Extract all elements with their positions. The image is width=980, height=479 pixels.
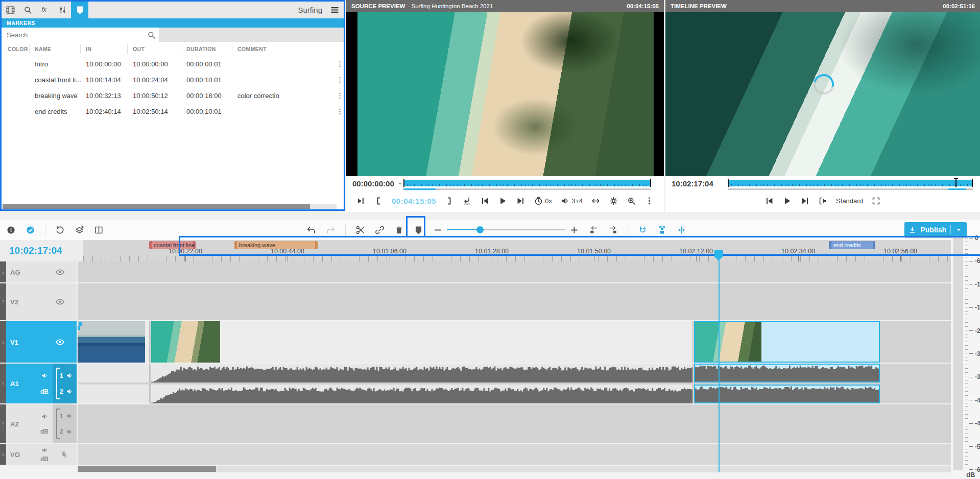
track-header-vo[interactable]: VO dB [0, 444, 77, 465]
previous-frame-icon[interactable] [480, 196, 490, 206]
timeline-hscrollbar[interactable] [78, 466, 951, 472]
search-input-icon[interactable] [147, 30, 156, 40]
source-scrubber[interactable] [403, 180, 651, 186]
ruler-marker[interactable]: breaking wave [234, 241, 318, 249]
eye-icon[interactable] [55, 337, 65, 347]
audio-clip-selected[interactable] [694, 364, 880, 382]
add-marker-icon[interactable] [414, 225, 423, 235]
playhead-handle[interactable] [714, 250, 723, 257]
drag-handle[interactable] [0, 321, 6, 363]
goto-in-icon[interactable] [356, 196, 366, 206]
db-button[interactable]: dB [40, 428, 49, 435]
tab-bins[interactable] [2, 2, 19, 18]
marker-row[interactable]: end credits10:02:40:1410:02:50:1400:00:1… [2, 104, 344, 119]
track-header-v2[interactable]: V2 [0, 283, 77, 320]
drag-handle[interactable] [0, 283, 6, 320]
menu-icon[interactable] [330, 2, 340, 18]
scrollbar-thumb[interactable] [3, 204, 310, 209]
db-button[interactable]: dB [40, 456, 49, 463]
track-lane-vo[interactable] [78, 444, 951, 465]
speaker-icon[interactable] [41, 413, 49, 420]
next-frame-icon[interactable] [800, 196, 810, 206]
track-header-a1[interactable]: A1 dB 1 2 [0, 364, 77, 403]
audio-clip[interactable] [78, 385, 150, 403]
audio-monitor-icon[interactable] [818, 196, 828, 206]
tab-settings[interactable] [54, 2, 71, 18]
audio-clip-selected[interactable] [694, 385, 880, 403]
source-current-timecode[interactable]: 00:00:00:00 [352, 179, 404, 188]
razor-icon[interactable] [657, 225, 667, 235]
speaker-icon[interactable] [41, 446, 49, 454]
track-lane-a2[interactable] [78, 404, 951, 443]
marker-row[interactable]: breaking wave10:00:32:1310:00:50:1200:00… [2, 88, 344, 104]
more-options-icon[interactable] [644, 196, 654, 206]
link-icon[interactable] [375, 225, 385, 235]
track-lane-a1[interactable] [78, 364, 951, 403]
drag-handle[interactable] [0, 404, 6, 443]
info-icon[interactable] [6, 225, 16, 235]
redo-icon[interactable] [326, 225, 336, 235]
undo-icon[interactable] [306, 225, 316, 235]
track-lane-ag[interactable] [78, 261, 951, 282]
zoom-out-icon[interactable] [433, 225, 443, 235]
audio-channels-control[interactable]: 3+4 [560, 196, 583, 206]
insert-left-icon[interactable] [589, 225, 599, 235]
mark-in-icon[interactable] [374, 196, 384, 206]
insert-to-timeline-icon[interactable] [462, 196, 472, 206]
split-view-icon[interactable] [94, 225, 104, 235]
publish-button[interactable]: Publish [904, 222, 967, 237]
quality-selector[interactable]: Standard [836, 197, 863, 205]
eye-icon[interactable] [55, 297, 65, 307]
match-frame-icon[interactable] [591, 196, 601, 206]
approve-icon[interactable] [26, 225, 35, 235]
play-icon[interactable] [782, 196, 792, 206]
publish-dropdown-icon[interactable] [955, 226, 963, 234]
zoom-in-icon[interactable] [569, 225, 579, 235]
marker-row[interactable]: coastal front li...10:00:14:0410:00:24:0… [2, 72, 344, 88]
timeline-ruler[interactable]: 10:00:22:0010:00:44:0010:01:06:0010:01:2… [83, 240, 980, 261]
drag-handle[interactable] [0, 444, 6, 465]
scrollbar-thumb[interactable] [78, 466, 216, 472]
audio-clip[interactable] [151, 364, 693, 382]
timeline-video-viewport[interactable] [665, 12, 980, 176]
fullscreen-icon[interactable] [871, 196, 881, 206]
insert-right-icon[interactable] [608, 225, 618, 235]
tab-markers[interactable] [71, 2, 88, 18]
play-icon[interactable] [498, 196, 508, 206]
track-header-ag[interactable]: AG [0, 261, 77, 282]
zoom-in-icon[interactable] [627, 196, 636, 206]
row-options-icon[interactable] [330, 92, 344, 100]
timeline-scrubber[interactable] [728, 180, 973, 186]
row-options-icon[interactable] [330, 60, 344, 68]
ruler-marker[interactable]: coastal front line [149, 241, 196, 249]
audio-clip[interactable] [78, 364, 150, 382]
mark-out-icon[interactable] [444, 196, 454, 206]
channel-1[interactable]: 1 [60, 412, 77, 420]
trim-icon[interactable] [677, 225, 686, 235]
eye-icon[interactable] [55, 267, 65, 277]
scrubber-playhead[interactable] [955, 178, 957, 187]
cut-icon[interactable] [355, 225, 365, 235]
zoom-slider-handle[interactable] [476, 226, 484, 233]
markers-panel-hscrollbar[interactable] [3, 204, 337, 209]
video-clip[interactable] [78, 321, 150, 363]
gear-icon[interactable] [609, 196, 618, 206]
zoom-slider-track[interactable] [447, 229, 565, 230]
snapping-icon[interactable] [638, 225, 648, 235]
speaker-icon[interactable] [41, 372, 49, 379]
ruler-marker[interactable]: end credits [829, 241, 875, 249]
tab-search[interactable] [19, 2, 36, 18]
track-header-a2[interactable]: A2 dB 1 2 [0, 404, 77, 443]
playback-speed-control[interactable]: 0x [534, 196, 552, 206]
row-options-icon[interactable] [330, 76, 344, 84]
previous-frame-icon[interactable] [764, 196, 774, 206]
channel-1[interactable]: 1 [60, 372, 77, 379]
audio-clip[interactable] [151, 385, 693, 403]
track-header-v1[interactable]: V1 [0, 321, 77, 363]
drag-handle[interactable] [0, 261, 6, 282]
mic-muted-icon[interactable] [60, 451, 68, 459]
marker-row[interactable]: Intro10:00:00:0010:00:00:0000:00:00:01 [2, 56, 344, 72]
channel-2[interactable]: 2 [60, 388, 77, 395]
source-video-viewport[interactable] [346, 12, 664, 176]
drag-handle[interactable] [0, 364, 6, 403]
